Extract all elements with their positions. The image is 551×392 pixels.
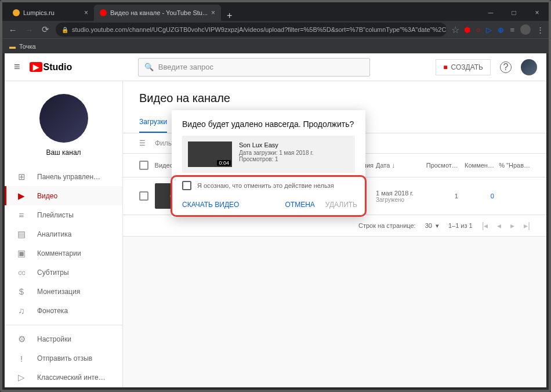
maximize-icon[interactable]: □ xyxy=(502,5,525,21)
sidebar-item-playlists[interactable]: ≡Плейлисты xyxy=(5,205,122,224)
sidebar-item-audio[interactable]: ♫Фонотека xyxy=(5,301,122,320)
sidebar-item-analytics[interactable]: ▤Аналитика xyxy=(5,224,122,244)
row-views: 1 xyxy=(422,193,458,199)
subtitles-icon: ㏄ xyxy=(16,267,27,278)
help-icon[interactable]: ? xyxy=(500,61,512,73)
monetization-icon: $ xyxy=(16,286,27,296)
first-page-icon[interactable]: |◂ xyxy=(482,221,488,230)
close-icon[interactable]: × xyxy=(84,9,88,17)
download-button[interactable]: СКАЧАТЬ ВИДЕО xyxy=(182,201,239,209)
last-page-icon[interactable]: ▸| xyxy=(524,221,530,230)
create-button[interactable]: ■ СОЗДАТЬ xyxy=(436,59,491,75)
dialog-thumbnail: 0:04 xyxy=(188,141,232,167)
analytics-icon: ▤ xyxy=(16,229,27,239)
sidebar-item-monetization[interactable]: $Монетизация xyxy=(5,282,122,301)
browser-tab[interactable]: Видео на канале - YouTube Stu... × xyxy=(94,5,221,21)
gear-icon: ⚙ xyxy=(16,334,27,344)
url-text: studio.youtube.com/channel/UCgUZGTB0vohc… xyxy=(72,26,447,33)
dialog-title: Видео будет удалено навсегда. Продолжить… xyxy=(172,110,365,136)
classic-icon: ▷ xyxy=(16,372,27,383)
delete-confirmation-dialog: Видео будет удалено навсегда. Продолжить… xyxy=(172,110,365,217)
ext-icon[interactable]: ▷ xyxy=(486,26,492,34)
channel-avatar[interactable] xyxy=(39,94,88,143)
audio-icon: ♫ xyxy=(16,306,27,315)
sidebar-item-dashboard[interactable]: ⊞Панель управлен… xyxy=(5,167,122,186)
star-icon[interactable]: ☆ xyxy=(451,24,459,35)
tab-uploads[interactable]: Загрузки xyxy=(139,112,167,133)
comments-icon: ▣ xyxy=(16,248,27,259)
sidebar-item-feedback[interactable]: !Отправить отзыв xyxy=(5,349,122,368)
video-icon: ▶ xyxy=(16,191,27,201)
forward-icon[interactable]: → xyxy=(23,25,35,35)
feedback-icon: ! xyxy=(16,354,27,364)
video-duration: 0:04 xyxy=(217,160,231,166)
prev-page-icon[interactable]: ◂ xyxy=(497,221,501,230)
col-likes: % "Нрав… xyxy=(494,162,530,169)
dialog-video-title: Son Lux Easy xyxy=(239,141,313,148)
dialog-views: Просмотров: 1 xyxy=(239,156,313,162)
hamburger-icon[interactable]: ≡ xyxy=(14,61,20,73)
close-window-icon[interactable]: × xyxy=(525,5,549,21)
ext-icon[interactable]: ⬢ xyxy=(464,26,470,34)
playlist-icon: ≡ xyxy=(16,210,27,220)
cancel-button[interactable]: ОТМЕНА xyxy=(285,201,314,209)
tab-title: Lumpics.ru xyxy=(23,9,55,16)
search-icon: 🔍 xyxy=(144,63,154,71)
sidebar-item-videos[interactable]: ▶Видео xyxy=(5,186,122,205)
camera-icon: ■ xyxy=(443,63,447,71)
rows-per-page-select[interactable]: 30▾ xyxy=(425,222,439,230)
sidebar-item-subtitles[interactable]: ㏄Субтитры xyxy=(5,263,122,282)
col-comments: Коммен… xyxy=(458,162,494,169)
page-range: 1–1 из 1 xyxy=(448,222,473,229)
row-checkbox[interactable] xyxy=(139,191,148,201)
search-input[interactable]: 🔍 Введите запрос xyxy=(138,58,370,77)
delete-button[interactable]: УДАЛИТЬ xyxy=(325,201,357,209)
sidebar-item-settings[interactable]: ⚙Настройки xyxy=(5,330,122,349)
row-date: 1 мая 2018 г. Загружено xyxy=(376,190,422,203)
col-date[interactable]: Дата ↓ xyxy=(376,162,422,169)
reload-icon[interactable]: ⟳ xyxy=(39,24,51,35)
ext-icon[interactable]: ⊕ xyxy=(498,26,504,34)
row-comments[interactable]: 0 xyxy=(458,193,494,199)
back-icon[interactable]: ← xyxy=(7,25,19,35)
user-avatar[interactable] xyxy=(521,59,537,75)
youtube-icon: ▶ xyxy=(30,62,42,72)
rows-per-page-label: Строк на странице: xyxy=(358,222,416,229)
dashboard-icon: ⊞ xyxy=(16,172,27,182)
lock-icon: 🔒 xyxy=(61,27,68,33)
new-tab-button[interactable]: + xyxy=(221,10,238,21)
next-page-icon[interactable]: ▸ xyxy=(510,221,514,230)
ext-icon[interactable]: ≡ xyxy=(510,26,514,34)
ext-icon[interactable]: ○ xyxy=(476,26,481,34)
confirm-label: Я осознаю, что отменить это действие нел… xyxy=(197,182,334,189)
page-title: Видео на канале xyxy=(123,81,546,112)
filter-icon[interactable]: ☰ xyxy=(139,139,146,147)
studio-logo[interactable]: ▶ Studio xyxy=(30,62,72,72)
bookmark-item[interactable]: Точка xyxy=(19,43,36,50)
tab-title: Видео на канале - YouTube Stu... xyxy=(110,9,208,16)
dialog-upload-date: Дата загрузки: 1 мая 2018 г. xyxy=(239,150,313,156)
minimize-icon[interactable]: ─ xyxy=(479,5,502,21)
sidebar-item-comments[interactable]: ▣Комментарии xyxy=(5,244,122,263)
profile-avatar[interactable] xyxy=(520,24,531,35)
confirm-checkbox[interactable] xyxy=(182,181,191,190)
channel-label: Ваш канал xyxy=(46,148,81,157)
sidebar-item-classic[interactable]: ▷Классический инте… xyxy=(5,368,122,387)
col-views: Просмот… xyxy=(422,162,458,169)
sort-icon: ↓ xyxy=(392,162,395,169)
menu-icon[interactable]: ⋮ xyxy=(536,26,544,34)
address-bar[interactable]: 🔒 studio.youtube.com/channel/UCgUZGTB0vo… xyxy=(56,23,447,37)
folder-icon: ▬ xyxy=(9,43,16,50)
chevron-down-icon: ▾ xyxy=(436,222,439,230)
select-all-checkbox[interactable] xyxy=(139,161,148,170)
browser-tab[interactable]: Lumpics.ru × xyxy=(7,5,94,21)
close-icon[interactable]: × xyxy=(211,9,215,17)
